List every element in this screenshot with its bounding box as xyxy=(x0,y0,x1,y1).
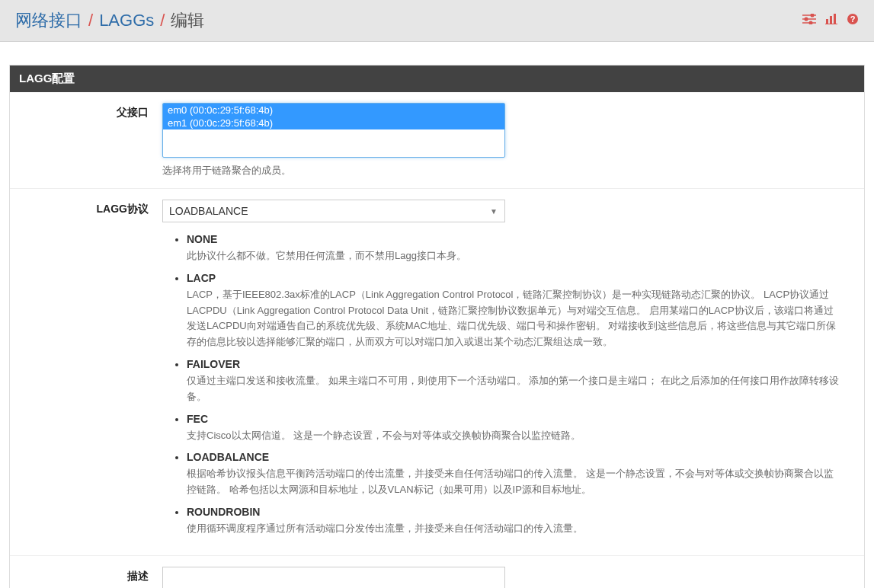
svg-text:?: ? xyxy=(850,14,856,24)
lagg-config-panel: LAGG配置 父接口 em0 (00:0c:29:5f:68:4b) em1 (… xyxy=(9,65,865,588)
toolbar-icons: ? xyxy=(802,13,859,29)
breadcrumb-sep-icon: / xyxy=(88,11,93,30)
proto-name: NONE xyxy=(187,233,217,245)
label-parent: 父接口 xyxy=(10,103,162,177)
parent-option[interactable]: em1 (00:0c:29:5f:68:4b) xyxy=(163,117,504,129)
panel-title: LAGG配置 xyxy=(10,66,864,92)
breadcrumb-bar: 网络接口 / LAGGs / 编辑 ? xyxy=(0,0,874,42)
breadcrumb: 网络接口 / LAGGs / 编辑 xyxy=(15,9,204,32)
proto-name: LOADBALANCE xyxy=(187,451,269,463)
svg-point-3 xyxy=(811,14,814,17)
list-item: ROUNDROBIN 使用循环调度程序通过所有活动端口分发传出流量，并接受来自任… xyxy=(187,506,841,537)
svg-rect-8 xyxy=(834,14,836,24)
svg-point-4 xyxy=(805,18,808,21)
breadcrumb-level1[interactable]: LAGGs xyxy=(99,11,154,30)
proto-desc: LACP，基于IEEE802.3ax标准的LACP（Link Aggregati… xyxy=(187,287,841,350)
svg-point-5 xyxy=(809,21,812,24)
help-icon[interactable]: ? xyxy=(847,13,859,29)
parent-option[interactable]: em0 (00:0c:29:5f:68:4b) xyxy=(163,104,504,117)
row-lagg-protocol: LAGG协议 LOADBALANCE ▼ NONE 此协议什么都不做。它禁用任何… xyxy=(10,189,864,556)
parent-interface-select[interactable]: em0 (00:0c:29:5f:68:4b) em1 (00:0c:29:5f… xyxy=(162,103,505,158)
protocol-select[interactable]: LOADBALANCE xyxy=(162,200,505,222)
svg-rect-7 xyxy=(830,16,832,24)
protocol-description-list: NONE 此协议什么都不做。它禁用任何流量，而不禁用Lagg接口本身。 LACP… xyxy=(187,233,841,537)
label-description: 描述 xyxy=(10,567,162,588)
svg-rect-6 xyxy=(826,19,828,24)
proto-name: ROUNDROBIN xyxy=(187,506,260,518)
breadcrumb-sep-icon: / xyxy=(160,11,165,30)
proto-desc: 根据哈希协议报头信息平衡跨活动端口的传出流量，并接受来自任何活动端口的传入流量。… xyxy=(187,466,841,498)
breadcrumb-current: 编辑 xyxy=(171,9,204,32)
list-item: FAILOVER 仅通过主端口发送和接收流量。 如果主端口不可用，则使用下一个活… xyxy=(187,358,841,405)
list-item: LACP LACP，基于IEEE802.3ax标准的LACP（Link Aggr… xyxy=(187,272,841,350)
list-item: FEC 支持Cisco以太网信道。 这是一个静态设置，不会与对等体或交换帧协商聚… xyxy=(187,413,841,444)
svg-rect-9 xyxy=(825,24,837,24)
proto-desc: 支持Cisco以太网信道。 这是一个静态设置，不会与对等体或交换帧协商聚合以监控… xyxy=(187,428,841,444)
proto-name: FEC xyxy=(187,413,208,425)
proto-desc: 此协议什么都不做。它禁用任何流量，而不禁用Lagg接口本身。 xyxy=(187,248,841,264)
list-item: LOADBALANCE 根据哈希协议报头信息平衡跨活动端口的传出流量，并接受来自… xyxy=(187,451,841,498)
description-input[interactable] xyxy=(162,567,505,588)
list-item: NONE 此协议什么都不做。它禁用任何流量，而不禁用Lagg接口本身。 xyxy=(187,233,841,264)
breadcrumb-level0[interactable]: 网络接口 xyxy=(15,9,82,32)
row-description: 描述 在这里输入描述以供管理员参考。 xyxy=(10,556,864,588)
sliders-icon[interactable] xyxy=(802,13,816,28)
proto-desc: 仅通过主端口发送和接收流量。 如果主端口不可用，则使用下一个活动端口。 添加的第… xyxy=(187,373,841,405)
proto-desc: 使用循环调度程序通过所有活动端口分发传出流量，并接受来自任何活动端口的传入流量。 xyxy=(187,521,841,537)
parent-help-text: 选择将用于链路聚合的成员。 xyxy=(162,164,841,177)
proto-name: FAILOVER xyxy=(187,358,240,370)
label-protocol: LAGG协议 xyxy=(10,200,162,545)
row-parent-interface: 父接口 em0 (00:0c:29:5f:68:4b) em1 (00:0c:2… xyxy=(10,92,864,189)
proto-name: LACP xyxy=(187,272,216,284)
chart-icon[interactable] xyxy=(825,13,837,28)
